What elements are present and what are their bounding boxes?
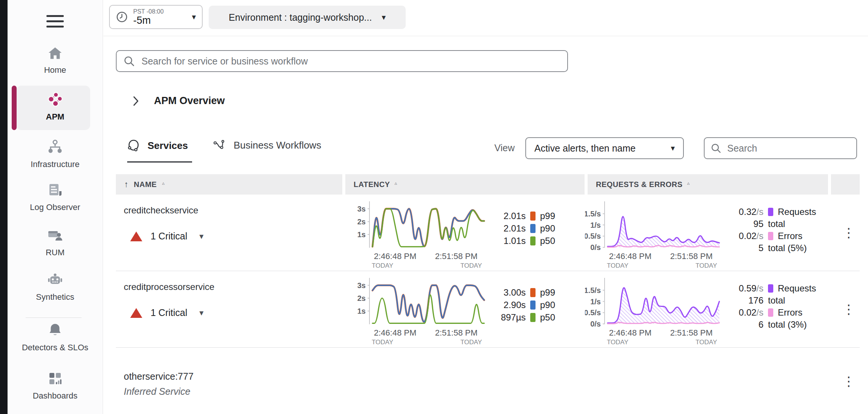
sidebar-item-label: Dashboards — [33, 391, 78, 401]
sidebar-item-detectors-slos[interactable]: Detectors & SLOs — [8, 322, 103, 353]
svg-text:2:51:58 PM: 2:51:58 PM — [670, 328, 713, 337]
search-icon — [123, 55, 135, 67]
sidebar-item-label: Detectors & SLOs — [22, 342, 88, 353]
latency-stat: 1.01sp50 — [489, 235, 555, 247]
timezone-label: PST -08:00 — [133, 8, 164, 15]
synthetics-icon — [47, 271, 63, 288]
chevron-right-icon — [133, 96, 139, 106]
alert-label: 1 Critical — [151, 231, 187, 242]
row-actions-menu[interactable]: ⋮ — [841, 303, 856, 316]
caret-down-icon: ▾ — [382, 13, 386, 22]
p99-legend-swatch — [530, 288, 536, 297]
svg-text:2:51:58 PM: 2:51:58 PM — [435, 251, 478, 261]
sidebar-item-label: Log Observer — [30, 202, 80, 212]
svg-text:2:51:58 PM: 2:51:58 PM — [670, 251, 713, 261]
svg-text:2:51:58 PM: 2:51:58 PM — [435, 328, 478, 337]
tab-business-workflows[interactable]: Business Workflows — [213, 139, 321, 152]
errors-legend-swatch — [768, 232, 773, 240]
svg-text:TODAY: TODAY — [372, 262, 393, 269]
sort-ascending-icon: ↑ — [124, 179, 129, 189]
environment-label: Environment : tagging-workshop... — [229, 12, 372, 23]
svg-text:2:46:48 PM: 2:46:48 PM — [609, 251, 652, 261]
service-name-link[interactable]: creditcheckservice — [124, 205, 198, 216]
table-search-input[interactable] — [726, 143, 850, 154]
column-header-latency[interactable]: LATENCY ▵ — [345, 174, 585, 195]
business-workflows-icon — [213, 139, 226, 152]
sort-hint-icon: ▵ — [687, 180, 690, 186]
table-row[interactable]: creditprocessorservice 1 Critical ▾ 3s2s… — [116, 271, 860, 348]
environment-filter[interactable]: Environment : tagging-workshop... ▾ — [209, 6, 406, 29]
sidebar-item-synthetics[interactable]: Synthetics — [8, 271, 103, 302]
svg-text:1/s: 1/s — [590, 297, 601, 306]
svg-text:2s: 2s — [357, 218, 366, 226]
requests-total: 176total — [718, 294, 816, 307]
caret-down-icon: ▾ — [199, 232, 203, 241]
sidebar-item-rum[interactable]: RUM — [8, 227, 103, 258]
errors-total: 6total (3%) — [718, 319, 816, 331]
service-search-input[interactable] — [141, 55, 560, 67]
apm-overview-toggle[interactable]: APM Overview — [133, 95, 225, 107]
table-row[interactable]: creditcheckservice 1 Critical ▾ 3s2s1s2:… — [116, 195, 860, 271]
svg-text:2:46:48 PM: 2:46:48 PM — [374, 328, 417, 337]
column-header-requests-errors[interactable]: REQUESTS & ERRORS ▵ — [588, 174, 828, 195]
latency-stat: 3.00sp99 — [489, 286, 555, 299]
svg-text:1.5/s: 1.5/s — [585, 210, 601, 218]
latency-chart: 3s2s1s2:46:48 PMTODAY2:51:58 PMTODAY — [350, 274, 490, 347]
menu-toggle-button[interactable] — [46, 15, 64, 28]
alert-badge[interactable]: 1 Critical ▾ — [130, 231, 203, 242]
svg-text:3s: 3s — [357, 205, 366, 213]
service-name-link[interactable]: otherservice:777 — [124, 371, 194, 382]
table-row[interactable]: otherservice:777 Inferred Service ⋮ — [116, 348, 860, 414]
svg-text:2:46:48 PM: 2:46:48 PM — [374, 251, 417, 261]
svg-text:0/s: 0/s — [590, 243, 601, 251]
errors-legend-swatch — [768, 308, 773, 317]
alert-badge[interactable]: 1 Critical ▾ — [130, 307, 203, 318]
time-range-value: -5m — [133, 15, 164, 26]
window-edge — [0, 0, 8, 414]
sidebar-item-log-observer[interactable]: Log Observer — [8, 182, 103, 212]
clock-icon — [116, 11, 128, 23]
svg-text:TODAY: TODAY — [607, 339, 628, 346]
sidebar-item-label: APM — [46, 112, 65, 122]
svg-text:1.5/s: 1.5/s — [585, 286, 601, 294]
svg-text:TODAY: TODAY — [607, 262, 628, 269]
caret-down-icon: ▾ — [192, 12, 196, 21]
svg-text:2:46:48 PM: 2:46:48 PM — [609, 328, 652, 337]
row-actions-menu[interactable]: ⋮ — [841, 375, 856, 388]
svg-text:TODAY: TODAY — [372, 339, 393, 346]
sidebar-item-label: Home — [44, 65, 66, 75]
alert-label: 1 Critical — [151, 307, 187, 318]
row-actions-menu[interactable]: ⋮ — [841, 226, 856, 239]
requests-total: 95total — [718, 218, 816, 230]
view-select[interactable]: Active alerts, then name ▾ — [525, 137, 684, 159]
svg-text:1s: 1s — [357, 307, 366, 315]
svg-text:0/s: 0/s — [590, 320, 601, 328]
svg-text:TODAY: TODAY — [460, 339, 482, 346]
tab-services[interactable]: Services — [127, 139, 188, 152]
svg-text:1/s: 1/s — [590, 221, 601, 229]
svg-text:1s: 1s — [357, 230, 366, 239]
latency-stat: 897µsp50 — [489, 311, 555, 324]
table-search-bar — [704, 137, 857, 159]
time-range-picker[interactable]: PST -08:00 -5m ▾ — [109, 5, 203, 29]
sidebar-item-dashboards[interactable]: Dashboards — [8, 370, 103, 401]
critical-triangle-icon — [130, 232, 142, 241]
sidebar-item-infrastructure[interactable]: Infrastructure — [8, 139, 103, 169]
services-table-body: creditcheckservice 1 Critical ▾ 3s2s1s2:… — [116, 195, 860, 414]
table-header: ↑ NAME ▵ LATENCY ▵ REQUESTS & ERRORS ▵ — [116, 174, 860, 195]
service-name-link[interactable]: creditprocessorservice — [124, 282, 214, 292]
caret-down-icon: ▾ — [671, 144, 675, 153]
latency-stat: 2.90sp90 — [489, 299, 555, 311]
requests-legend-swatch — [768, 208, 773, 216]
view-selected-value: Active alerts, then name — [534, 143, 636, 154]
active-tab-underline — [127, 161, 192, 163]
latency-stats: 3.00sp99 2.90sp90 897µsp50 — [489, 286, 555, 324]
requests-errors-chart: 1.5/s1/s0.5/s0/s2:46:48 PMTODAY2:51:58 P… — [585, 198, 725, 271]
column-header-name[interactable]: ↑ NAME ▵ — [116, 174, 342, 195]
sidebar-item-home[interactable]: Home — [8, 45, 103, 75]
latency-chart: 3s2s1s2:46:48 PMTODAY2:51:58 PMTODAY — [350, 198, 490, 271]
apm-icon — [46, 90, 64, 108]
p50-legend-swatch — [530, 313, 536, 322]
requests-rate: 0.32/sRequests — [718, 206, 816, 218]
sidebar-item-apm[interactable]: APM — [8, 90, 103, 122]
